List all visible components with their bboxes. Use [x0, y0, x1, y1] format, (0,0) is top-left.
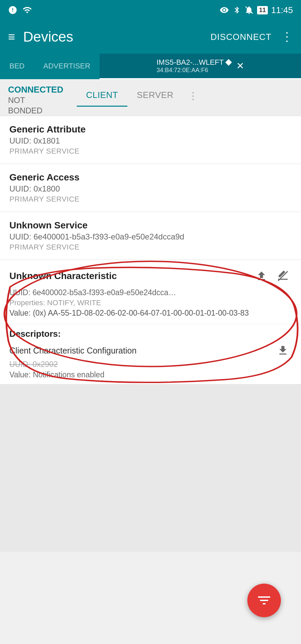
status-section: CONNECTED NOTBONDED CLIENT SERVER ⋮	[0, 79, 301, 116]
services-list: Generic Attribute UUID: 0x1801 PRIMARY S…	[0, 116, 301, 384]
status-bar: 11 11:45	[0, 0, 301, 20]
device-tab-close-button[interactable]: ✕	[236, 60, 244, 71]
device-tab-advertiser[interactable]: ADVERTISER	[34, 54, 100, 79]
disconnect-button[interactable]: DISCONNECT	[210, 32, 272, 42]
device-tab-name: IMS5-BA2-...WLEFT	[157, 58, 231, 67]
upload-button[interactable]	[253, 267, 270, 285]
characteristic-details: UUID: 6e400002-b5a3-f393-e0a9-e50e24dcca…	[0, 288, 301, 324]
service-type: PRIMARY SERVICE	[9, 243, 292, 252]
service-uuid: UUID: 0x1800	[9, 184, 292, 194]
connected-label: CONNECTED	[8, 85, 63, 95]
status-bar-right: 11 11:45	[219, 5, 293, 15]
descriptor-download-button[interactable]	[274, 342, 292, 359]
notification-icon	[8, 5, 17, 15]
bonded-label: NOTBONDED	[8, 95, 63, 116]
service-uuid: UUID: 0x1801	[9, 136, 292, 146]
app-bar: ≡ Devices DISCONNECT ⋮	[0, 20, 301, 54]
eye-icon	[219, 5, 230, 15]
descriptor-name: Client Characteristic Configuration	[9, 346, 136, 356]
app-title: Devices	[23, 29, 210, 45]
device-tab-ims5[interactable]: IMS5-BA2-...WLEFT 34:B4:72:0E:AA:F6 ✕	[100, 54, 301, 79]
write-cancel-button[interactable]	[274, 267, 292, 285]
bell-muted-icon	[244, 5, 254, 15]
service-item-unknown[interactable]: Unknown Service UUID: 6e400001-b5a3-f393…	[0, 212, 301, 260]
service-type: PRIMARY SERVICE	[9, 147, 292, 156]
characteristic-section: Unknown Characteristic UUID: 6e400002-b5…	[0, 260, 301, 384]
write-icon	[277, 270, 289, 282]
connection-status: CONNECTED NOTBONDED	[8, 85, 63, 116]
wifi-icon	[21, 5, 33, 15]
char-value: Value: (0x) AA-55-1D-08-02-06-02-00-64-0…	[9, 309, 292, 318]
service-name: Unknown Service	[9, 220, 292, 231]
overflow-menu-button[interactable]: ⋮	[281, 30, 293, 44]
device-tab-bonded[interactable]: BED	[0, 54, 34, 79]
tab-server[interactable]: SERVER	[127, 85, 183, 107]
filter-list-icon	[256, 592, 272, 608]
service-name: Generic Attribute	[9, 124, 292, 135]
characteristic-header: Unknown Characteristic	[0, 260, 301, 288]
menu-button[interactable]: ≡	[8, 30, 15, 44]
tab-client[interactable]: CLIENT	[77, 85, 127, 107]
descriptors-section: Descriptors: Client Characteristic Confi…	[0, 324, 301, 384]
bluetooth-icon	[233, 5, 241, 15]
device-tabs: BED ADVERTISER IMS5-BA2-...WLEFT 34:B4:7…	[0, 54, 301, 79]
upload-icon	[255, 270, 267, 282]
descriptors-label: Descriptors:	[9, 329, 292, 339]
service-item-generic-access[interactable]: Generic Access UUID: 0x1800 PRIMARY SERV…	[0, 164, 301, 212]
char-properties: Properties: NOTIFY, WRITE	[9, 299, 292, 307]
service-uuid: UUID: 6e400001-b5a3-f393-e0a9-e50e24dcca…	[9, 232, 292, 241]
char-uuid: UUID: 6e400002-b5a3-f393-e0a9-e50e24dcca…	[9, 288, 292, 297]
service-name: Generic Access	[9, 172, 292, 183]
fab-button[interactable]	[247, 584, 281, 617]
battery-icon: 11	[257, 6, 268, 14]
clock: 11:45	[271, 5, 293, 15]
tab-more-button[interactable]: ⋮	[183, 86, 203, 105]
status-bar-left	[8, 5, 33, 15]
bottom-area	[0, 384, 301, 552]
descriptor-uuid: UUID: 0x2902	[9, 360, 292, 369]
service-type: PRIMARY SERVICE	[9, 195, 292, 204]
download-icon	[277, 344, 289, 357]
device-tab-address: 34:B4:72:0E:AA:F6	[157, 67, 208, 74]
characteristic-name: Unknown Characteristic	[9, 271, 249, 281]
descriptor-row: Client Characteristic Configuration	[9, 342, 292, 359]
descriptor-value: Value: Notifications enabled	[9, 370, 292, 379]
client-server-tabs: CLIENT SERVER ⋮	[77, 85, 293, 107]
service-item-generic-attribute[interactable]: Generic Attribute UUID: 0x1801 PRIMARY S…	[0, 116, 301, 164]
